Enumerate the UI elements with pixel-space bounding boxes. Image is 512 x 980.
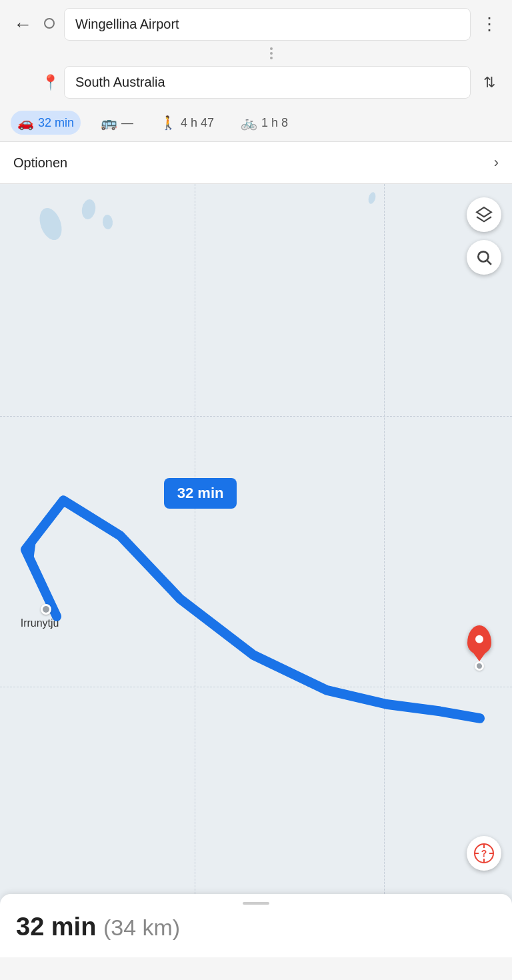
grid-line: [0, 687, 512, 687]
destination-marker: [467, 625, 491, 671]
start-marker: [41, 604, 51, 615]
grid-line: [195, 184, 195, 957]
bottom-bar: 32 min (34 km): [0, 894, 512, 957]
more-button[interactable]: ⋮: [477, 14, 501, 35]
transport-mode-bike[interactable]: 🚲 1 h 8: [234, 111, 295, 135]
options-bar[interactable]: Optionen ›: [0, 142, 512, 184]
transit-icon: 🚌: [101, 115, 117, 131]
svg-point-2: [478, 251, 488, 261]
map-background: [0, 184, 512, 957]
bike-time: 1 h 8: [261, 116, 288, 130]
connector-dot: [270, 47, 273, 50]
route-connector: [41, 46, 501, 61]
bike-icon: 🚲: [241, 115, 257, 131]
transport-mode-walk[interactable]: 🚶 4 h 47: [153, 111, 221, 135]
distance-label: (34 km): [103, 915, 180, 940]
location-icon: ?: [473, 843, 495, 864]
origin-input[interactable]: [64, 8, 471, 41]
bottom-time: 32 min (34 km): [16, 913, 496, 941]
connector-dot: [270, 52, 273, 55]
bottom-handle: [243, 902, 269, 905]
place-label: Irrunytju: [21, 617, 59, 629]
pin-dot: [475, 635, 483, 643]
transport-bar: 🚗 32 min 🚌 — 🚶 4 h 47 🚲 1 h 8: [0, 104, 512, 142]
layers-button[interactable]: [467, 197, 501, 232]
walk-icon: 🚶: [160, 115, 177, 131]
circle-icon: [44, 18, 55, 29]
car-icon: 🚗: [17, 115, 34, 131]
transport-mode-car[interactable]: 🚗 32 min: [11, 111, 81, 135]
route-time-label: 32 min: [164, 478, 237, 509]
options-label: Optionen: [13, 155, 67, 171]
route-inputs: ← ⋮ 📍 ⇅: [11, 8, 501, 99]
svg-line-3: [487, 261, 491, 265]
transit-time: —: [121, 116, 133, 130]
destination-pin-icon: 📍: [41, 74, 57, 91]
end-circle: [475, 661, 484, 671]
origin-row: ← ⋮: [11, 8, 501, 41]
grid-line: [384, 184, 385, 957]
back-button[interactable]: ←: [11, 14, 35, 35]
svg-marker-1: [477, 207, 491, 217]
walk-time: 4 h 47: [181, 116, 214, 130]
transport-mode-transit[interactable]: 🚌 —: [94, 111, 140, 135]
svg-text:?: ?: [481, 848, 487, 859]
swap-button[interactable]: ⇅: [477, 74, 501, 91]
navigation-header: ← ⋮ 📍 ⇅: [0, 0, 512, 104]
pin-body: [467, 625, 491, 655]
options-chevron-icon: ›: [494, 154, 499, 171]
map-area[interactable]: Irrunytju 32 min ?: [0, 184, 512, 957]
car-time: 32 min: [38, 116, 74, 130]
destination-row: 📍 ⇅: [11, 66, 501, 99]
origin-icon: [41, 18, 57, 31]
location-help-button[interactable]: ?: [467, 836, 501, 871]
grid-line: [0, 416, 512, 417]
duration-label: 32 min: [16, 913, 96, 941]
connector-dot: [270, 57, 273, 59]
destination-input[interactable]: [64, 66, 471, 99]
search-map-button[interactable]: [467, 240, 501, 275]
